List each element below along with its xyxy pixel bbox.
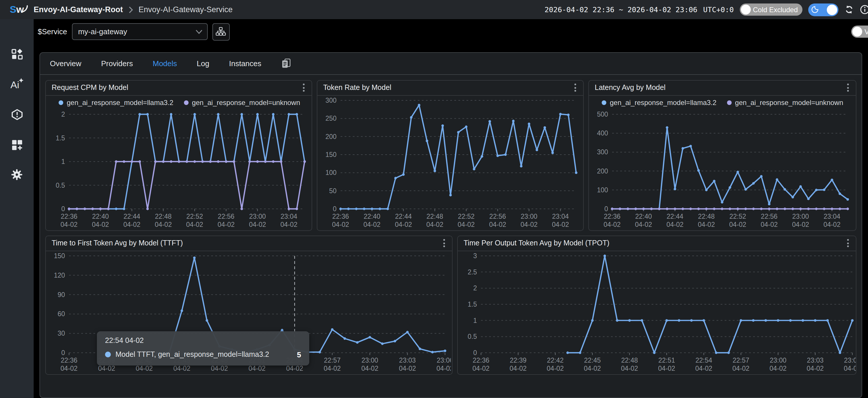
svg-text:1: 1 xyxy=(61,157,65,165)
tab-log[interactable]: Log xyxy=(197,59,209,68)
chart-card-tpot: Time Per Output Token Avg by Model (TPOT… xyxy=(457,235,857,374)
svg-text:23:06: 23:06 xyxy=(844,356,857,364)
view-toggle[interactable]: V xyxy=(851,26,868,38)
svg-text:04-02: 04-02 xyxy=(98,364,115,372)
svg-text:200: 200 xyxy=(326,132,337,140)
svg-text:04-02: 04-02 xyxy=(399,364,416,372)
svg-text:22:52: 22:52 xyxy=(186,212,203,220)
time-range-text[interactable]: 2026-04-02 22:36 ~ 2026-04-02 23:06 xyxy=(545,5,698,14)
chart-card-latency-avg: Latency Avg by Model gen_ai_response_mod… xyxy=(588,80,857,231)
top-bar: Sw Envoy-AI-Gateway-Root Envoy-AI-Gatewa… xyxy=(0,0,868,19)
legend-item[interactable]: gen_ai_response_model=unknown xyxy=(184,98,300,106)
tooltip-series-label: Model TTFT, gen_ai_response_model=llama3… xyxy=(116,350,292,359)
legend-dot xyxy=(727,100,732,105)
svg-text:04-02: 04-02 xyxy=(426,220,443,228)
svg-text:0: 0 xyxy=(604,205,608,212)
svg-text:04-02: 04-02 xyxy=(584,364,601,372)
svg-text:04-02: 04-02 xyxy=(729,220,746,228)
svg-text:04-02: 04-02 xyxy=(473,364,490,372)
skywalking-logo[interactable]: Sw xyxy=(0,4,34,16)
svg-text:04-02: 04-02 xyxy=(807,364,824,372)
sidebar-item-settings[interactable] xyxy=(10,168,24,182)
svg-text:0.5: 0.5 xyxy=(468,333,477,340)
service-select[interactable]: my-ai-gateway xyxy=(72,24,208,40)
sidebar-item-ai-pipeline[interactable]: Ai xyxy=(10,77,24,91)
svg-text:22:44: 22:44 xyxy=(395,212,412,220)
breadcrumb-root[interactable]: Envoy-AI-Gateway-Root xyxy=(34,5,123,14)
svg-text:150: 150 xyxy=(326,151,337,158)
legend-label: gen_ai_response_model=llama3.2 xyxy=(67,98,174,106)
svg-text:04-02: 04-02 xyxy=(761,220,778,228)
moon-icon xyxy=(811,6,819,13)
timezone-text[interactable]: UTC+0:0 xyxy=(703,5,734,14)
tab-models[interactable]: Models xyxy=(153,59,177,68)
svg-text:22:52: 22:52 xyxy=(729,212,746,220)
svg-text:2: 2 xyxy=(61,110,65,118)
dark-mode-toggle[interactable] xyxy=(808,3,838,16)
sidebar-item-dashboards[interactable] xyxy=(10,137,24,151)
refresh-icon[interactable] xyxy=(844,5,854,14)
svg-text:23:06: 23:06 xyxy=(437,356,451,364)
svg-text:04-02: 04-02 xyxy=(92,220,109,228)
line-chart-request-cpm[interactable]: 00.511.5222:3604-0222:4004-0222:4404-022… xyxy=(46,110,310,229)
svg-text:04-02: 04-02 xyxy=(510,364,527,372)
tab-instances[interactable]: Instances xyxy=(229,59,261,68)
legend-item[interactable]: gen_ai_response_model=unknown xyxy=(727,98,843,106)
chart-menu-icon[interactable] xyxy=(845,237,851,249)
svg-text:120: 120 xyxy=(54,271,65,279)
svg-text:04-02: 04-02 xyxy=(547,364,564,372)
cold-excluded-toggle[interactable]: Cold Excluded xyxy=(740,3,802,16)
service-label: $Service xyxy=(38,28,67,36)
legend-item[interactable]: gen_ai_response_model=llama3.2 xyxy=(59,98,174,106)
chart-title: Latency Avg by Model xyxy=(595,84,845,92)
legend-label: gen_ai_response_model=unknown xyxy=(735,98,843,106)
svg-text:04-02: 04-02 xyxy=(823,220,840,228)
svg-text:04-02: 04-02 xyxy=(604,220,621,228)
chart-title: Request CPM by Model xyxy=(52,84,301,92)
svg-text:04-02: 04-02 xyxy=(361,364,378,372)
chart-card-request-cpm: Request CPM by Model gen_ai_response_mod… xyxy=(45,80,312,231)
tab-overview[interactable]: Overview xyxy=(50,59,81,68)
svg-text:04-02: 04-02 xyxy=(280,220,297,228)
breadcrumb-current[interactable]: Envoy-AI-Gateway-Service xyxy=(139,5,232,14)
toggle-knob xyxy=(827,4,837,15)
svg-text:22:36: 22:36 xyxy=(473,356,489,364)
svg-text:400: 400 xyxy=(597,129,608,136)
svg-text:22:51: 22:51 xyxy=(658,356,675,364)
svg-text:22:54: 22:54 xyxy=(695,356,712,364)
alert-hexagon-icon xyxy=(10,108,24,121)
line-chart-token-rate[interactable]: 05010015020025030022:3604-0222:4004-0222… xyxy=(317,95,582,229)
sidebar: Ai xyxy=(0,19,34,398)
svg-text:22:42: 22:42 xyxy=(547,356,564,364)
svg-text:23:04: 23:04 xyxy=(281,212,297,220)
chart-menu-icon[interactable] xyxy=(441,237,447,249)
breadcrumb-chevron-icon xyxy=(128,6,133,13)
svg-text:22:48: 22:48 xyxy=(155,212,172,220)
svg-text:04-02: 04-02 xyxy=(698,220,715,228)
svg-text:04-02: 04-02 xyxy=(364,220,381,228)
line-chart-tpot[interactable]: 00.511.522.5322:3604-0222:3904-0222:4204… xyxy=(458,251,857,373)
svg-text:04-02: 04-02 xyxy=(552,220,569,228)
svg-text:300: 300 xyxy=(326,96,337,104)
svg-text:04-02: 04-02 xyxy=(437,364,451,372)
chart-menu-icon[interactable] xyxy=(845,81,851,94)
line-chart-latency-avg[interactable]: 010020030040050022:3604-0222:4004-0222:4… xyxy=(589,110,854,229)
legend-item[interactable]: gen_ai_response_model=llama3.2 xyxy=(602,98,717,106)
svg-text:200: 200 xyxy=(597,167,608,175)
svg-text:04-02: 04-02 xyxy=(61,364,78,372)
chart-menu-icon[interactable] xyxy=(301,81,307,94)
copy-docs-icon[interactable] xyxy=(281,58,291,68)
svg-text:04-02: 04-02 xyxy=(733,364,750,372)
sidebar-item-marketplace[interactable] xyxy=(10,47,24,61)
chart-menu-icon[interactable] xyxy=(572,81,579,94)
legend-dot xyxy=(602,100,606,105)
marketplace-icon xyxy=(10,47,24,61)
logo-arc-icon xyxy=(23,5,28,12)
info-icon[interactable] xyxy=(860,5,868,14)
svg-text:04-02: 04-02 xyxy=(61,220,78,228)
topology-button[interactable] xyxy=(212,23,229,41)
legend-label: gen_ai_response_model=unknown xyxy=(192,98,300,106)
sidebar-item-alerting[interactable] xyxy=(10,107,24,121)
tab-providers[interactable]: Providers xyxy=(101,59,133,68)
svg-text:22:56: 22:56 xyxy=(761,212,778,220)
